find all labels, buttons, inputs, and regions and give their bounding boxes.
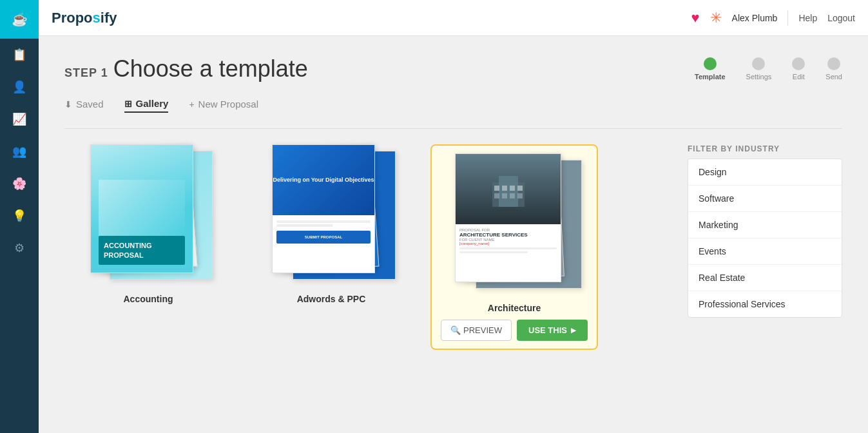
arch-company-name: [company_name] bbox=[459, 242, 557, 245]
template-grid: ACCOUNTING PROPOSAL Acco bbox=[64, 144, 672, 350]
person-icon: 👤 bbox=[12, 80, 26, 94]
template-card-architecture[interactable]: PROPOSAL FOR ARCHITECTURE SERVICES FOR C… bbox=[430, 144, 598, 350]
tab-saved[interactable]: ⬇ Saved bbox=[64, 99, 104, 112]
progress-circle-edit bbox=[792, 57, 805, 70]
saved-icon: ⬇ bbox=[64, 99, 72, 110]
template-card-inner-architecture: PROPOSAL FOR ARCHITECTURE SERVICES FOR C… bbox=[439, 153, 589, 295]
content-area: STEP 1 Choose a template Template Settin… bbox=[39, 36, 868, 433]
sidebar-item-flower[interactable]: 🌸 bbox=[0, 168, 39, 200]
filter-item-software[interactable]: Software bbox=[688, 186, 842, 212]
tab-new-proposal-label: New Proposal bbox=[198, 99, 258, 110]
sidebar-item-chart[interactable]: 📈 bbox=[0, 103, 39, 135]
progress-label-settings: Settings bbox=[746, 73, 772, 81]
preview-label: PREVIEW bbox=[463, 325, 502, 335]
chart-icon: 📈 bbox=[12, 112, 26, 126]
main-content: Proposify ♥ ✳ Alex Plumb Help Logout STE… bbox=[39, 0, 868, 433]
help-link[interactable]: Help bbox=[798, 13, 817, 23]
filter-item-events[interactable]: Events bbox=[688, 238, 842, 265]
tab-gallery-label: Gallery bbox=[136, 98, 169, 109]
adw-cover-photo: Delivering on Your Digital Objectives bbox=[273, 145, 374, 215]
tab-new-proposal[interactable]: + New Proposal bbox=[189, 99, 258, 112]
svg-rect-5 bbox=[517, 186, 523, 191]
progress-step-settings[interactable]: Settings bbox=[746, 57, 772, 81]
sidebar-logo[interactable]: ☕ bbox=[0, 0, 39, 39]
template-layout: ACCOUNTING PROPOSAL Acco bbox=[64, 144, 842, 350]
preview-button[interactable]: 🔍 PREVIEW bbox=[441, 320, 512, 341]
svg-rect-6 bbox=[494, 193, 499, 198]
svg-rect-1 bbox=[499, 176, 518, 207]
template-tabs: ⬇ Saved ⊞ Gallery + New Proposal bbox=[64, 98, 842, 113]
progress-label-edit: Edit bbox=[793, 73, 805, 81]
arch-text-area: PROPOSAL FOR ARCHITECTURE SERVICES FOR C… bbox=[456, 224, 561, 258]
filter-item-marketing[interactable]: Marketing bbox=[688, 212, 842, 238]
arch-cover bbox=[456, 154, 561, 224]
template-stack-adwords: Delivering on Your Digital Objectives SU… bbox=[260, 144, 402, 273]
use-this-button[interactable]: USE THIS bbox=[517, 320, 588, 341]
template-card-accounting[interactable]: ACCOUNTING PROPOSAL Acco bbox=[64, 144, 232, 304]
arch-page-front: PROPOSAL FOR ARCHITECTURE SERVICES FOR C… bbox=[455, 153, 561, 282]
logout-link[interactable]: Logout bbox=[827, 13, 855, 23]
sidebar-item-documents[interactable]: 📋 bbox=[0, 39, 39, 71]
template-card-inner-adwords: Delivering on Your Digital Objectives SU… bbox=[247, 144, 415, 286]
progress-circle-send bbox=[827, 57, 840, 70]
arch-cover-title: ARCHITECTURE SERVICES bbox=[459, 232, 557, 238]
progress-step-edit[interactable]: Edit bbox=[792, 57, 805, 81]
svg-rect-8 bbox=[510, 193, 515, 198]
flower-icon: 🌸 bbox=[12, 177, 26, 191]
sidebar: ☕ 📋 👤 📈 👥 🌸 💡 ⚙ bbox=[0, 0, 39, 433]
architecture-label: Architecture bbox=[488, 303, 541, 313]
step-header: STEP 1 Choose a template Template Settin… bbox=[64, 55, 842, 82]
username-label[interactable]: Alex Plumb bbox=[732, 13, 778, 23]
coffee-icon: ☕ bbox=[12, 12, 28, 27]
accounting-label: Accounting bbox=[124, 294, 173, 304]
team-icon: 👥 bbox=[12, 144, 26, 159]
adw-page-front: Delivering on Your Digital Objectives SU… bbox=[272, 144, 375, 273]
svg-rect-9 bbox=[517, 193, 523, 198]
documents-icon: 📋 bbox=[12, 48, 26, 62]
filter-item-professional[interactable]: Professional Services bbox=[688, 291, 842, 317]
progress-circle-template bbox=[704, 57, 717, 70]
acc-cover: ACCOUNTING PROPOSAL bbox=[91, 145, 193, 273]
sidebar-item-person[interactable]: 👤 bbox=[0, 71, 39, 103]
topnav-divider bbox=[787, 10, 788, 26]
preview-icon: 🔍 bbox=[450, 325, 461, 335]
svg-rect-2 bbox=[494, 186, 499, 191]
adw-cover: Delivering on Your Digital Objectives bbox=[273, 145, 374, 215]
filter-panel: FILTER BY INDUSTRY Design Software Marke… bbox=[688, 144, 842, 350]
template-card-inner-accounting: ACCOUNTING PROPOSAL bbox=[64, 144, 232, 286]
svg-rect-3 bbox=[502, 186, 507, 191]
sidebar-item-settings[interactable]: ⚙ bbox=[0, 232, 39, 264]
logo-text: Proposify bbox=[52, 10, 117, 26]
settings-icon: ⚙ bbox=[14, 241, 24, 255]
progress-step-template[interactable]: Template bbox=[695, 57, 725, 81]
svg-rect-4 bbox=[510, 186, 515, 191]
template-stack-architecture: PROPOSAL FOR ARCHITECTURE SERVICES FOR C… bbox=[443, 153, 585, 282]
architecture-card-actions: 🔍 PREVIEW USE THIS bbox=[441, 320, 588, 341]
template-stack-accounting: ACCOUNTING PROPOSAL bbox=[77, 144, 219, 273]
acc-page-front: ACCOUNTING PROPOSAL bbox=[90, 144, 193, 273]
tab-gallery[interactable]: ⊞ Gallery bbox=[124, 98, 169, 113]
tab-saved-label: Saved bbox=[76, 99, 104, 110]
acc-cover-bar: ACCOUNTING PROPOSAL bbox=[99, 236, 185, 265]
step-label: STEP 1 bbox=[64, 66, 108, 80]
gallery-icon: ⊞ bbox=[124, 99, 132, 109]
step-name: Choose a template bbox=[113, 55, 308, 82]
filter-item-realestate[interactable]: Real Estate bbox=[688, 265, 842, 291]
template-card-adwords[interactable]: Delivering on Your Digital Objectives SU… bbox=[247, 144, 415, 304]
topnav-right: ♥ ✳ Alex Plumb Help Logout bbox=[691, 10, 856, 26]
asterisk-icon[interactable]: ✳ bbox=[710, 10, 722, 26]
progress-step-send[interactable]: Send bbox=[825, 57, 842, 81]
sidebar-item-team[interactable]: 👥 bbox=[0, 135, 39, 168]
svg-rect-7 bbox=[502, 193, 507, 198]
topnav-logo: Proposify bbox=[52, 10, 117, 26]
use-this-label: USE THIS bbox=[528, 325, 567, 335]
sidebar-item-ideas[interactable]: 💡 bbox=[0, 200, 39, 232]
filter-item-design[interactable]: Design bbox=[688, 159, 842, 186]
topnav: Proposify ♥ ✳ Alex Plumb Help Logout bbox=[39, 0, 868, 36]
ideas-icon: 💡 bbox=[12, 209, 26, 223]
content-divider bbox=[64, 128, 842, 129]
step-title: STEP 1 Choose a template bbox=[64, 55, 308, 82]
adw-cover-title: Delivering on Your Digital Objectives bbox=[273, 177, 374, 183]
heart-icon[interactable]: ♥ bbox=[691, 10, 700, 26]
acc-cover-title: ACCOUNTING PROPOSAL bbox=[104, 241, 180, 260]
